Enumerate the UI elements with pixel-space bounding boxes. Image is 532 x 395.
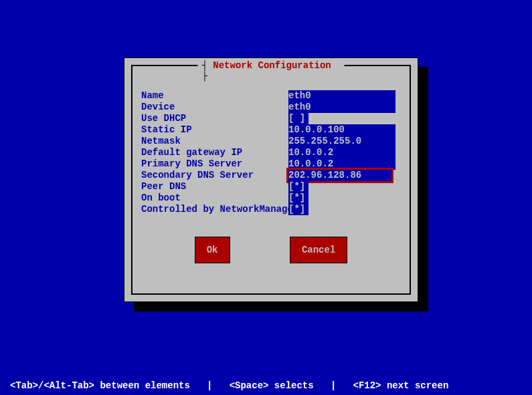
row-netmask: Netmask 255.255.255.0 <box>141 136 401 147</box>
cancel-button-wrapper: Cancel <box>290 237 347 263</box>
network-config-dialog: ┤ Network Configuration ├ Name eth0 Devi… <box>124 57 418 302</box>
form-area: Name eth0 Device eth0 Use DHCP [ ] Stati… <box>141 90 401 215</box>
label-controlled-nm: Controlled by NetworkManager <box>141 204 288 215</box>
row-controlled-nm: Controlled by NetworkManager [*] <box>141 204 401 215</box>
input-gateway[interactable]: 10.0.0.2 <box>288 147 395 158</box>
checkbox-on-boot[interactable]: [*] <box>288 192 308 204</box>
input-static-ip[interactable]: 10.0.0.100 <box>288 124 395 136</box>
label-on-boot: On boot <box>141 192 288 204</box>
label-secondary-dns: Secondary DNS Server <box>141 170 288 181</box>
row-on-boot: On boot [*] <box>141 192 401 204</box>
label-primary-dns: Primary DNS Server <box>141 158 288 170</box>
input-netmask[interactable]: 255.255.255.0 <box>288 136 395 147</box>
button-row: Ok Cancel <box>124 237 418 263</box>
row-name: Name eth0 <box>141 90 401 102</box>
footer-hint: <Tab>/<Alt-Tab> between elements | <Spac… <box>10 380 448 391</box>
row-secondary-dns: Secondary DNS Server 202.96.128.86 <box>141 170 401 181</box>
ok-button[interactable]: Ok <box>195 237 230 263</box>
ok-button-wrapper: Ok <box>195 237 230 263</box>
row-static-ip: Static IP 10.0.0.100 <box>141 124 401 136</box>
checkbox-peer-dns[interactable]: [*] <box>288 181 308 192</box>
label-device: Device <box>141 102 288 113</box>
checkbox-use-dhcp[interactable]: [ ] <box>288 113 308 124</box>
label-use-dhcp: Use DHCP <box>141 113 288 124</box>
input-device[interactable]: eth0 <box>288 102 395 113</box>
row-use-dhcp: Use DHCP [ ] <box>141 113 401 124</box>
label-name: Name <box>141 90 288 102</box>
checkbox-controlled-nm[interactable]: [*] <box>288 204 308 215</box>
row-gateway: Default gateway IP 10.0.0.2 <box>141 147 401 158</box>
label-static-ip: Static IP <box>141 124 288 136</box>
label-netmask: Netmask <box>141 136 288 147</box>
label-peer-dns: Peer DNS <box>141 181 288 192</box>
label-gateway: Default gateway IP <box>141 147 288 158</box>
row-device: Device eth0 <box>141 102 401 113</box>
input-name[interactable]: eth0 <box>288 90 395 102</box>
cancel-button[interactable]: Cancel <box>290 237 347 263</box>
dialog-title: ┤ Network Configuration ├ <box>198 60 345 82</box>
